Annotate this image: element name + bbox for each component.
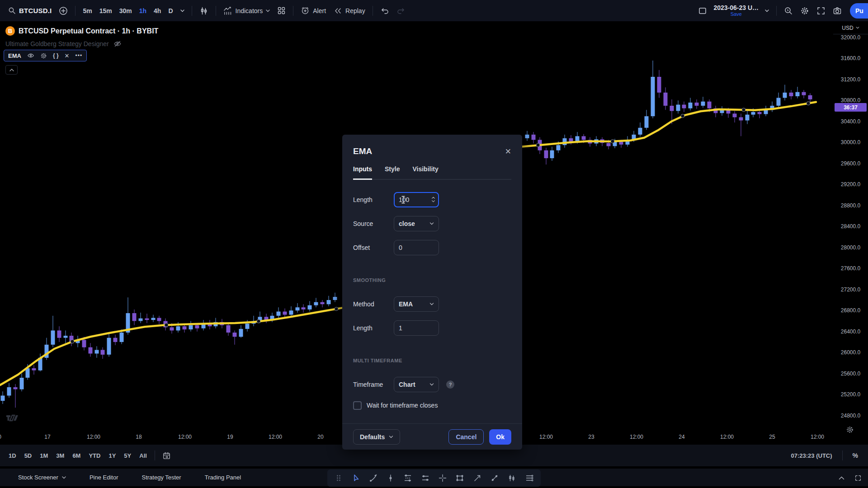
range-6m[interactable]: 6M bbox=[68, 452, 85, 459]
replay-button[interactable]: Replay bbox=[330, 3, 369, 19]
alert-button[interactable]: Alert bbox=[297, 3, 330, 19]
chart-symbol-title[interactable]: BTCUSD Perpetual Contract · 1h · BYBIT bbox=[19, 27, 158, 35]
ok-button[interactable]: Ok bbox=[489, 429, 511, 445]
defaults-button[interactable]: Defaults bbox=[353, 429, 400, 445]
range-3m[interactable]: 3M bbox=[52, 452, 68, 459]
timeframe-menu-chevron-icon[interactable] bbox=[177, 3, 188, 19]
dialog-header[interactable]: EMA ✕ bbox=[342, 135, 522, 156]
method-select[interactable]: EMA bbox=[394, 296, 439, 312]
timeframe-1h[interactable]: 1h bbox=[136, 3, 150, 19]
dialog-title: EMA bbox=[353, 146, 372, 156]
compare-add-symbol-button[interactable] bbox=[55, 3, 71, 19]
price-axis-currency-header[interactable]: USD bbox=[833, 22, 868, 34]
range-1d[interactable]: 1D bbox=[5, 452, 20, 459]
indicators-button[interactable]: Indicators bbox=[220, 3, 274, 19]
stepper-up-icon[interactable] bbox=[431, 197, 435, 199]
eye-icon[interactable] bbox=[27, 52, 34, 59]
range-all[interactable]: All bbox=[135, 452, 151, 459]
cancel-button[interactable]: Cancel bbox=[448, 429, 484, 445]
layout-chevron-icon[interactable] bbox=[761, 3, 773, 19]
remove-indicator-icon[interactable]: ✕ bbox=[65, 52, 70, 59]
tab-inputs[interactable]: Inputs bbox=[353, 165, 372, 180]
method-value: EMA bbox=[399, 300, 413, 308]
tool-brush-icon[interactable] bbox=[367, 472, 380, 484]
chart-legend-symbol-row[interactable]: B BTCUSD Perpetual Contract · 1h · BYBIT bbox=[5, 26, 158, 36]
tool-cursor-icon[interactable] bbox=[349, 472, 362, 484]
tool-fib-lines-icon[interactable] bbox=[401, 472, 414, 484]
tool-arrow-icon[interactable] bbox=[471, 472, 484, 484]
screenshot-camera-icon[interactable] bbox=[829, 3, 845, 19]
source-select[interactable]: close bbox=[394, 216, 439, 231]
more-options-icon[interactable]: ••• bbox=[75, 52, 82, 59]
save-label[interactable]: Save bbox=[731, 11, 742, 17]
tab-visibility[interactable]: Visibility bbox=[412, 165, 438, 179]
range-1y[interactable]: 1Y bbox=[104, 452, 120, 459]
indicator-settings-gear-icon[interactable] bbox=[40, 52, 47, 59]
tool-rectangle-icon[interactable] bbox=[453, 472, 466, 484]
tool-trend-line-icon[interactable] bbox=[488, 472, 501, 484]
timeframe-4h[interactable]: 4h bbox=[150, 3, 165, 19]
range-ytd[interactable]: YTD bbox=[85, 452, 104, 459]
smoothing-section-header: SMOOTHING bbox=[342, 259, 522, 292]
stepper-down-icon[interactable] bbox=[431, 200, 435, 202]
symbol-search-button[interactable]: BTCUSD.I bbox=[5, 3, 55, 19]
range-5y[interactable]: 5Y bbox=[120, 452, 135, 459]
eye-off-icon[interactable] bbox=[113, 40, 122, 48]
redo-icon[interactable] bbox=[393, 3, 409, 19]
panel-collapse-chevron-up-icon[interactable] bbox=[839, 476, 844, 480]
layout-name-button[interactable]: 2023-06-23 U… Save bbox=[711, 5, 761, 17]
wait-checkbox[interactable] bbox=[353, 401, 362, 410]
timeframe-30m[interactable]: 30m bbox=[116, 3, 136, 19]
tool-crosshair-icon[interactable] bbox=[436, 472, 449, 484]
panel-tab-stock-screener[interactable]: Stock Screener bbox=[18, 474, 66, 481]
chevron-down-icon bbox=[62, 476, 66, 479]
chart-style-candles-icon[interactable] bbox=[196, 3, 212, 19]
timeframe-5m[interactable]: 5m bbox=[79, 3, 95, 19]
clock-utc-label[interactable]: 07:23:23 (UTC) bbox=[791, 452, 832, 459]
wait-checkbox-row[interactable]: Wait for timeframe closes bbox=[342, 396, 522, 414]
quick-search-icon[interactable] bbox=[780, 3, 797, 19]
settings-gear-icon[interactable] bbox=[797, 3, 813, 19]
publish-button[interactable]: Pu bbox=[850, 3, 868, 19]
strategy-title[interactable]: Ultimate Goldberg Strategy Designer bbox=[5, 40, 109, 47]
tab-style[interactable]: Style bbox=[385, 165, 400, 179]
source-code-braces-icon[interactable]: { } bbox=[53, 52, 59, 59]
dialog-tabs: InputsStyleVisibility bbox=[353, 165, 511, 180]
range-5d[interactable]: 5D bbox=[20, 452, 36, 459]
offset-input[interactable] bbox=[394, 240, 439, 255]
percent-scale-toggle[interactable]: % bbox=[853, 452, 858, 459]
timeframe-15m[interactable]: 15m bbox=[96, 3, 116, 19]
layout-panel-icon[interactable] bbox=[694, 3, 711, 19]
strategy-legend-row[interactable]: Ultimate Goldberg Strategy Designer bbox=[5, 40, 122, 48]
method-row: Method EMA bbox=[342, 292, 522, 316]
fullscreen-icon[interactable] bbox=[813, 3, 829, 19]
dialog-close-icon[interactable]: ✕ bbox=[505, 148, 511, 155]
tool-parallel-lines-icon[interactable] bbox=[419, 472, 432, 484]
source-label: Source bbox=[353, 220, 394, 227]
panel-tab-trading-panel[interactable]: Trading Panel bbox=[205, 474, 241, 481]
legend-collapse-button[interactable] bbox=[5, 65, 18, 75]
go-to-date-calendar-icon[interactable] bbox=[159, 451, 175, 460]
tool-drag-handle-icon[interactable] bbox=[332, 472, 345, 484]
range-1m[interactable]: 1M bbox=[36, 452, 52, 459]
tool-pattern-icon[interactable] bbox=[505, 472, 518, 484]
timeframe-select[interactable]: Chart bbox=[394, 377, 439, 392]
help-icon[interactable]: ? bbox=[446, 380, 454, 389]
panel-tab-pine-editor[interactable]: Pine Editor bbox=[90, 474, 118, 481]
price-axis[interactable]: USD 32000.031600.031200.030800.030400.03… bbox=[833, 22, 868, 443]
panel-maximize-icon[interactable] bbox=[854, 474, 862, 482]
indicator-templates-icon[interactable] bbox=[274, 3, 289, 19]
tool-horizontal-lines-icon[interactable] bbox=[523, 472, 536, 484]
ema-legend-label[interactable]: EMA bbox=[8, 52, 21, 59]
smoothing-length-input[interactable] bbox=[394, 320, 439, 336]
price-axis-settings-gear-icon[interactable] bbox=[846, 426, 854, 434]
mtf-section-header: MULTI TIMEFRAME bbox=[342, 340, 522, 372]
timeframe-D[interactable]: D bbox=[165, 3, 176, 19]
price-axis-label: 26800.0 bbox=[833, 307, 868, 314]
panel-tab-strategy-tester[interactable]: Strategy Tester bbox=[142, 474, 181, 481]
ema-indicator-legend[interactable]: EMA { } ✕ ••• bbox=[4, 50, 87, 61]
tool-vertical-line-icon[interactable] bbox=[384, 472, 397, 484]
ema-settings-dialog: EMA ✕ InputsStyleVisibility Length Sourc… bbox=[342, 135, 522, 450]
undo-icon[interactable] bbox=[377, 3, 393, 19]
time-axis-label: 12:00 bbox=[539, 434, 553, 440]
